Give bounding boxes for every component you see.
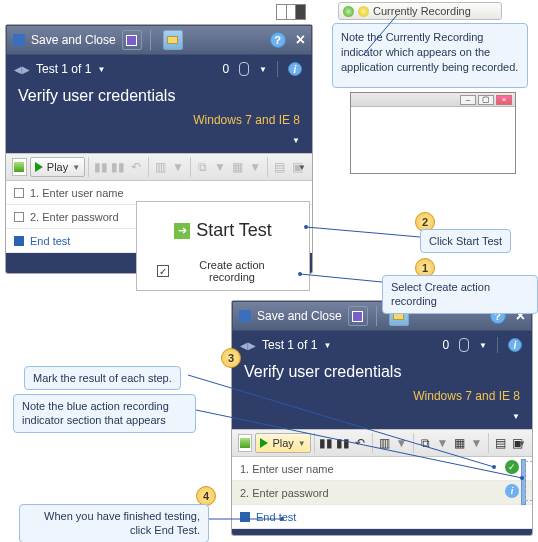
test-nav-label[interactable]: Test 1 of 1 [36, 62, 91, 76]
test-nav-label[interactable]: Test 1 of 1 [262, 338, 317, 352]
attachment-icon[interactable] [459, 338, 469, 352]
close-icon[interactable]: × [296, 31, 305, 49]
test-config: Windows 7 and IE 8 [6, 111, 312, 129]
globe-icon [343, 6, 354, 17]
recording-banner: Currently Recording [338, 2, 502, 20]
open-icon[interactable] [163, 30, 183, 50]
callout-mark-step: Mark the result of each step. [24, 366, 181, 390]
save-and-close-button[interactable]: Save and Close [257, 309, 342, 323]
test-runner-window-2: Save and Close ? × ◀▶ Test 1 of 1 ▼ 0 ▼ … [231, 300, 533, 536]
min-button[interactable]: – [460, 95, 476, 105]
step-row[interactable]: 1. Enter user name ✓▾ [232, 457, 532, 481]
action-toolbar: Play ▼ ▮▮ ▮▮ ↶ ▥ ▼ ⧉ ▼ ▦ ▼ ▤ ▣ ▼ [232, 429, 532, 457]
capture-icon[interactable]: ⧉ [194, 156, 212, 178]
capture-icon[interactable]: ⧉ [417, 432, 434, 454]
undo-icon[interactable]: ↶ [352, 432, 369, 454]
recording-banner-label: Currently Recording [373, 5, 471, 17]
test-dropdown[interactable]: ▼ [97, 65, 105, 74]
start-test-button[interactable]: Start Test [196, 220, 272, 241]
create-recording-checkbox[interactable]: ✓ [157, 265, 169, 277]
play-button[interactable]: Play ▼ [255, 433, 310, 453]
save-and-close-button[interactable]: Save and Close [31, 33, 116, 47]
play-button[interactable]: Play ▼ [30, 157, 85, 177]
svg-line-2 [300, 274, 382, 282]
record-icon [358, 6, 369, 17]
create-recording-label: Create action recording [175, 259, 289, 283]
pause-icon[interactable]: ▮▮ [318, 432, 335, 454]
prev-test-button[interactable]: ◀▶ [14, 64, 30, 75]
bug-icon[interactable]: ▦ [451, 432, 468, 454]
save-icon[interactable] [348, 306, 368, 326]
app-icon [13, 34, 25, 46]
callout-create-recording: Select Create action recording [382, 275, 538, 314]
attachment-count: 0 [222, 62, 229, 76]
app-close-button[interactable]: × [496, 95, 512, 105]
callout-end-test: When you have finished testing,click End… [19, 504, 209, 542]
pass-icon[interactable]: ✓ [505, 460, 519, 474]
attachment-count: 0 [442, 338, 449, 352]
callout-blue-indicator: Note the blue action recordingindicator … [13, 394, 196, 433]
pause-icon[interactable]: ▮▮ [92, 156, 110, 178]
test-dropdown[interactable]: ▼ [323, 341, 331, 350]
app-icon [239, 310, 251, 322]
recording-indicator [525, 461, 533, 501]
test-config: Windows 7 and IE 8 [232, 387, 532, 405]
tool-icon[interactable]: ▥ [376, 432, 393, 454]
info-icon[interactable]: i [508, 338, 522, 352]
info-icon[interactable]: i [288, 62, 302, 76]
callout-start-test: Click Start Test [420, 229, 511, 253]
tool-icon[interactable]: ▥ [152, 156, 170, 178]
action-toolbar: Play ▼ ▮▮ ▮▮ ↶ ▥ ▼ ⧉ ▼ ▦ ▼ ▤ ▣ ▼ [6, 153, 312, 181]
layout-switch-icon[interactable] [276, 4, 306, 20]
recording-note: Note the Currently Recording indicator w… [332, 23, 528, 88]
undo-icon[interactable]: ↶ [127, 156, 145, 178]
max-button[interactable]: ▢ [478, 95, 494, 105]
help-icon[interactable]: ? [270, 32, 286, 48]
badge-4: 4 [196, 486, 216, 506]
bug-icon[interactable]: ▦ [229, 156, 247, 178]
comment-icon[interactable]: ▤ [271, 156, 289, 178]
play-icon [35, 162, 43, 172]
comment-icon[interactable]: ▤ [492, 432, 509, 454]
start-icon: ➜ [174, 223, 190, 239]
collapse-icon[interactable]: ▼ [292, 136, 300, 145]
play-icon [260, 438, 268, 448]
stop-icon[interactable]: ▮▮ [110, 156, 128, 178]
svg-line-0 [306, 227, 420, 237]
end-test-button[interactable]: End test [232, 505, 532, 529]
prev-test-button[interactable]: ◀▶ [240, 340, 256, 351]
stop-icon[interactable]: ▮▮ [335, 432, 352, 454]
start-test-popup: ➜ Start Test ✓ Create action recording [136, 201, 310, 291]
test-title: Verify user credentials [232, 359, 532, 387]
active-icon[interactable]: i [505, 484, 519, 498]
badge-3: 3 [221, 348, 241, 368]
collapse-icon[interactable]: ▼ [512, 412, 520, 421]
attachment-icon[interactable] [239, 62, 249, 76]
test-title: Verify user credentials [6, 83, 312, 111]
step-row[interactable]: 2. Enter password i▾ [232, 481, 532, 505]
save-icon[interactable] [122, 30, 142, 50]
sample-app-window: – ▢ × [350, 92, 516, 174]
